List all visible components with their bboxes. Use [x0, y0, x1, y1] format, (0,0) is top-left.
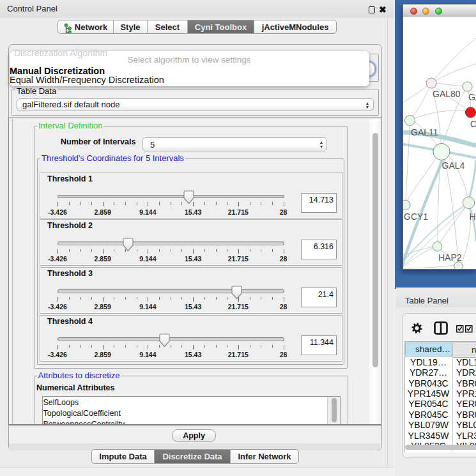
svg-text:C: C — [470, 119, 476, 129]
svg-text:HAP2: HAP2 — [438, 252, 462, 263]
svg-text:GAL80: GAL80 — [433, 89, 461, 99]
svg-text:HIS4: HIS4 — [470, 211, 476, 222]
svg-text:GAL3: GAL3 — [468, 92, 476, 102]
svg-text:GAL4: GAL4 — [442, 160, 465, 171]
svg-text:GAL11: GAL11 — [411, 127, 438, 137]
svg-text:GCY1: GCY1 — [404, 211, 428, 222]
